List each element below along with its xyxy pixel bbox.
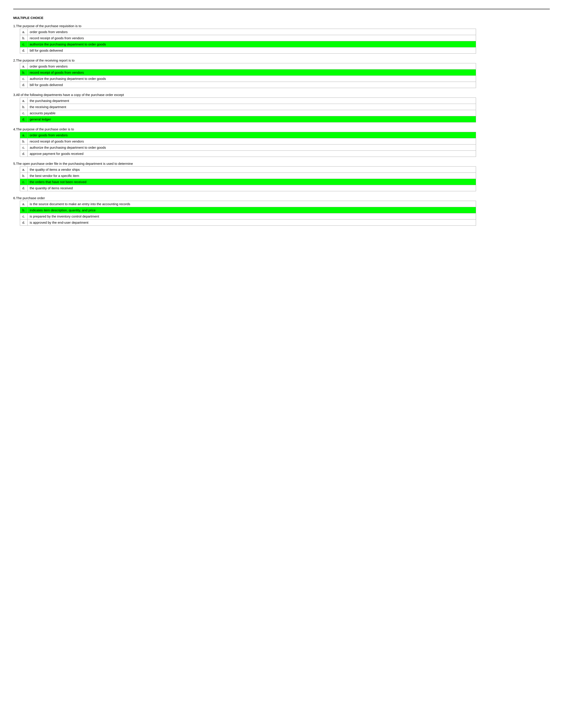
option-text: bill for goods delivered [27,47,476,54]
option-label: a. [20,201,28,207]
option-text: indicates item description, quantity, an… [27,207,476,213]
option-text: the quantity of items received [27,185,476,191]
option-label: b. [20,138,28,144]
question-block-5: 5.The open purchase order file in the pu… [13,162,550,191]
question-block-6: 6.The purchase ordera.is the source docu… [13,196,550,226]
question-text-2: 2.The purpose of the receiving report is… [13,58,550,62]
option-text: is the source document to make an entry … [27,201,476,207]
option-text: the orders that have not been received [27,179,476,185]
option-row: c.accounts payable [20,110,476,116]
option-text: the best vendor for a specific item [27,173,476,179]
option-label: d. [20,82,28,88]
option-label: a. [20,167,28,173]
option-text: record receipt of goods from vendors [27,35,476,41]
option-row: d.is approved by the end-user department [20,220,476,226]
option-row: a.order goods from vendors [20,29,476,35]
question-block-2: 2.The purpose of the receiving report is… [13,58,550,88]
option-label: b. [20,104,28,110]
option-label: d. [20,116,28,122]
option-text: authorize the purchasing department to o… [27,144,476,151]
option-row: c.is prepared by the inventory control d… [20,213,476,220]
option-text: authorize the purchasing department to o… [27,76,476,82]
option-text: the receiving department [27,104,476,110]
options-table-4: a.order goods from vendorsb.record recei… [20,132,476,157]
option-row: c.authorize the purchasing department to… [20,41,476,47]
options-table-3: a.the purchasing departmentb.the receivi… [20,98,476,122]
options-table-1: a.order goods from vendorsb.record recei… [20,29,476,54]
option-text: the quality of items a vendor ships [27,167,476,173]
question-text-6: 6.The purchase order [13,196,550,200]
option-row: d.approve payment for goods received [20,151,476,157]
option-label: d. [20,220,28,226]
option-row: c.the orders that have not been received [20,179,476,185]
option-label: d. [20,185,28,191]
option-text: record receipt of goods from vendors [27,138,476,144]
option-text: order goods from vendors [27,132,476,138]
option-label: b. [20,69,28,76]
option-label: c. [20,144,28,151]
option-label: a. [20,132,28,138]
option-label: c. [20,179,28,185]
options-table-6: a.is the source document to make an entr… [20,201,476,226]
option-label: d. [20,47,28,54]
option-row: c.authorize the purchasing department to… [20,144,476,151]
option-row: d.bill for goods delivered [20,82,476,88]
option-label: c. [20,41,28,47]
option-text: is approved by the end-user department [27,220,476,226]
option-row: c.authorize the purchasing department to… [20,76,476,82]
option-label: c. [20,110,28,116]
question-text-1: 1.The purpose of the purchase requisitio… [13,24,550,28]
option-label: b. [20,173,28,179]
option-label: b. [20,207,28,213]
option-row: b.record receipt of goods from vendors [20,69,476,76]
question-block-3: 3.All of the following departments have … [13,93,550,122]
question-text-5: 5.The open purchase order file in the pu… [13,162,550,165]
option-label: d. [20,151,28,157]
option-text: is prepared by the inventory control dep… [27,213,476,220]
option-row: d.the quantity of items received [20,185,476,191]
option-label: c. [20,213,28,220]
option-row: b.the best vendor for a specific item [20,173,476,179]
option-text: approve payment for goods received [27,151,476,157]
option-text: order goods from vendors [27,29,476,35]
option-row: d.general ledger [20,116,476,122]
option-label: c. [20,76,28,82]
option-row: b.the receiving department [20,104,476,110]
option-row: a.the quality of items a vendor ships [20,167,476,173]
option-row: a.order goods from vendors [20,63,476,69]
options-table-2: a.order goods from vendorsb.record recei… [20,63,476,88]
question-block-1: 1.The purpose of the purchase requisitio… [13,24,550,54]
option-text: bill for goods delivered [27,82,476,88]
option-row: d.bill for goods delivered [20,47,476,54]
top-border [13,9,550,9]
option-text: general ledger [27,116,476,122]
option-text: record receipt of goods from vendors [27,69,476,76]
option-label: a. [20,29,28,35]
option-row: b.indicates item description, quantity, … [20,207,476,213]
option-text: order goods from vendors [27,63,476,69]
section-title: MULTIPLE CHOICE [13,16,550,20]
option-text: the purchasing department [27,98,476,104]
option-row: a.is the source document to make an entr… [20,201,476,207]
questions-container: 1.The purpose of the purchase requisitio… [13,24,550,226]
question-block-4: 4.The purpose of the purchase order is t… [13,127,550,157]
option-row: a.the purchasing department [20,98,476,104]
option-text: accounts payable [27,110,476,116]
option-label: b. [20,35,28,41]
options-table-5: a.the quality of items a vendor shipsb.t… [20,166,476,191]
option-row: a.order goods from vendors [20,132,476,138]
option-row: b.record receipt of goods from vendors [20,138,476,144]
option-label: a. [20,98,28,104]
question-text-4: 4.The purpose of the purchase order is t… [13,127,550,131]
question-text-3: 3.All of the following departments have … [13,93,550,97]
option-text: authorize the purchasing department to o… [27,41,476,47]
option-row: b.record receipt of goods from vendors [20,35,476,41]
option-label: a. [20,63,28,69]
